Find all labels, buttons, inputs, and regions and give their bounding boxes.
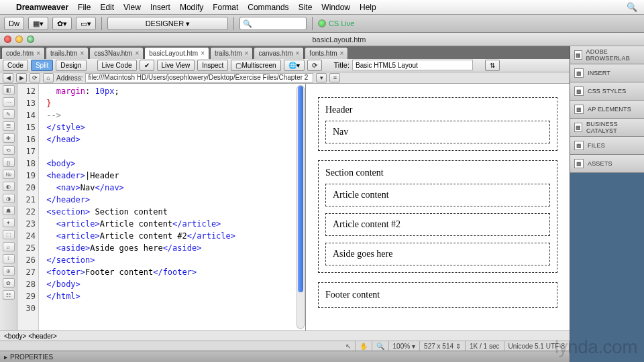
menu-modify[interactable]: Modify: [180, 3, 203, 12]
menu-site[interactable]: Site: [299, 3, 313, 12]
view-design-button[interactable]: Design: [56, 60, 86, 71]
address-dropdown[interactable]: ▾: [316, 73, 327, 82]
status-zoom-level[interactable]: 100% ▾: [389, 341, 421, 351]
gutter-icon[interactable]: ☰: [3, 121, 15, 131]
extend-button[interactable]: ✿▾: [52, 17, 72, 30]
preview-footer[interactable]: Footer content: [318, 282, 557, 308]
inspect-button[interactable]: Inspect: [197, 60, 228, 71]
menu-format[interactable]: Format: [213, 3, 238, 12]
nav-back-button[interactable]: ◀: [3, 73, 13, 82]
nav-forward-button[interactable]: ▶: [16, 73, 27, 82]
code-toolbar-gutter: ◧ ⋯ ✎ ☰ ✚ ⟲ {} № ◐ ◑ ☗ ✦ ⬚ ⌕ ⟟ ⊕ ✿ ☷: [0, 84, 17, 330]
gutter-icon[interactable]: ✚: [3, 133, 15, 143]
panel-header[interactable]: ▩AP ELEMENTS: [570, 101, 644, 118]
gutter-icon[interactable]: {}: [3, 158, 15, 167]
gutter-icon[interactable]: ⊕: [3, 266, 15, 276]
file-tab[interactable]: code.htm×: [1, 47, 45, 59]
design-preview-pane[interactable]: Header Nav Section content Article conte…: [306, 84, 570, 330]
menu-view[interactable]: View: [123, 3, 141, 12]
refresh-button[interactable]: ⟳: [307, 60, 322, 71]
menu-help[interactable]: Help: [360, 3, 376, 12]
panel-header[interactable]: ▩CSS STYLES: [570, 82, 644, 100]
close-icon[interactable]: ×: [340, 50, 344, 57]
gutter-icon[interactable]: ✎: [3, 109, 15, 119]
cs-live-button[interactable]: CS Live: [318, 19, 355, 27]
view-split-button[interactable]: Split: [31, 60, 53, 71]
status-pointer-icon[interactable]: ↖: [341, 341, 356, 351]
gutter-icon[interactable]: ✿: [3, 278, 15, 288]
gutter-icon[interactable]: ⬚: [3, 230, 15, 239]
code-pane[interactable]: 12 13 14 15 16 17 18 19 20 21 22 23 24 2…: [17, 84, 306, 330]
file-tab[interactable]: canvas.htm×: [254, 47, 304, 59]
gutter-icon[interactable]: ⟟: [3, 254, 15, 263]
gutter-icon[interactable]: №: [3, 170, 15, 179]
file-tab[interactable]: basicLayout.htm×: [144, 47, 209, 59]
view-code-button[interactable]: Code: [3, 60, 28, 71]
close-icon[interactable]: ×: [245, 50, 249, 57]
nav-home-button[interactable]: ⌂: [43, 73, 54, 82]
window-zoom-icon[interactable]: [27, 36, 34, 43]
close-icon[interactable]: ×: [36, 50, 40, 57]
gutter-icon[interactable]: ☷: [3, 290, 15, 300]
code-scrollbar[interactable]: [297, 85, 305, 329]
properties-panel-header[interactable]: ▸ PROPERTIES: [0, 351, 570, 362]
gutter-icon[interactable]: ⟲: [3, 145, 15, 155]
preview-article[interactable]: Article content #2: [325, 213, 550, 236]
gutter-icon[interactable]: ⌕: [3, 242, 15, 251]
preview-nav[interactable]: Nav: [325, 121, 550, 143]
preview-article[interactable]: Article content: [325, 184, 550, 206]
gutter-icon[interactable]: ◧: [3, 85, 15, 95]
spotlight-icon[interactable]: 🔍: [627, 2, 637, 12]
panel-header[interactable]: ▩ASSETS: [570, 155, 644, 172]
file-tab[interactable]: trails.htm×: [210, 47, 253, 59]
app-name[interactable]: Dreamweaver: [16, 3, 68, 12]
gutter-icon[interactable]: ◑: [3, 194, 15, 203]
file-tab[interactable]: trails.htm×: [46, 47, 89, 59]
address-input[interactable]: file:///Macintosh HD/Users/josephlowery/…: [85, 73, 313, 82]
multiscreen-button[interactable]: ▢ Multiscreen: [231, 60, 280, 71]
file-tab[interactable]: css3Nav.htm×: [89, 47, 144, 59]
gutter-icon[interactable]: ✦: [3, 218, 15, 227]
check-button[interactable]: ✔: [140, 60, 154, 71]
status-dimensions[interactable]: 527 x 514 ⇕: [420, 341, 466, 351]
menu-edit[interactable]: Edit: [100, 3, 114, 12]
close-icon[interactable]: ×: [135, 50, 139, 57]
title-input[interactable]: [352, 60, 473, 70]
layout-button[interactable]: ▦▾: [28, 17, 48, 30]
menu-insert[interactable]: Insert: [150, 3, 170, 12]
address-list-button[interactable]: ≡: [329, 73, 340, 82]
close-icon[interactable]: ×: [296, 50, 300, 57]
file-management-button[interactable]: ⇅: [485, 60, 500, 71]
panel-header[interactable]: ▩ADOBE BROWSERLAB: [570, 46, 644, 64]
status-hand-icon[interactable]: ✋: [356, 341, 372, 351]
live-view-button[interactable]: Live View: [157, 60, 195, 71]
preview-aside[interactable]: Aside goes here: [325, 243, 550, 265]
disclosure-triangle-icon[interactable]: ▸: [4, 353, 7, 361]
app-icon-button[interactable]: Dw: [4, 17, 24, 30]
preview-section[interactable]: Section content Article content Article …: [318, 160, 557, 273]
close-icon[interactable]: ×: [80, 50, 85, 57]
live-code-button[interactable]: Live Code: [97, 60, 137, 71]
code-editor[interactable]: margin: 10px; } --> </style> </head> <bo…: [39, 84, 305, 330]
gutter-icon[interactable]: ☗: [3, 206, 15, 215]
menu-window[interactable]: Window: [321, 3, 350, 12]
panel-header[interactable]: ▩INSERT: [570, 64, 644, 82]
menu-commands[interactable]: Commands: [248, 3, 288, 12]
file-tab[interactable]: fonts.htm×: [305, 47, 348, 59]
menu-file[interactable]: File: [78, 3, 91, 12]
browser-preview-button[interactable]: 🌐▾: [284, 60, 305, 71]
window-minimize-icon[interactable]: [15, 36, 23, 43]
close-icon[interactable]: ×: [201, 50, 205, 57]
gutter-icon[interactable]: ⋯: [3, 97, 15, 107]
preview-header[interactable]: Header Nav: [318, 97, 557, 151]
panel-header[interactable]: ▩FILES: [570, 137, 644, 154]
gutter-icon[interactable]: ◐: [3, 182, 15, 191]
window-close-icon[interactable]: [4, 36, 11, 43]
search-field[interactable]: 🔍: [239, 17, 307, 30]
panel-header[interactable]: ▩BUSINESS CATALYST: [570, 119, 644, 136]
workspace-switcher[interactable]: DESIGNER ▾: [107, 17, 228, 30]
status-zoom-icon[interactable]: 🔍: [372, 341, 389, 351]
site-button[interactable]: ▭▾: [76, 17, 96, 30]
nav-refresh-button[interactable]: ⟳: [30, 73, 40, 82]
tag-selector[interactable]: <body> <header>: [0, 330, 570, 341]
